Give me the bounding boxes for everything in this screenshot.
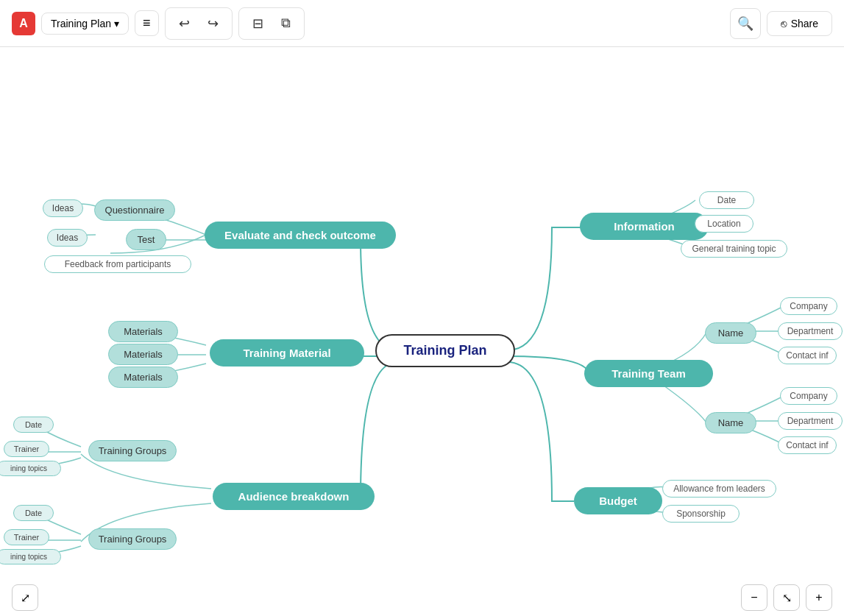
info-date-node[interactable]: Date	[699, 191, 754, 209]
materials2-node[interactable]: Materials	[108, 344, 178, 365]
zoom-in-button[interactable]: +	[806, 584, 832, 611]
app-icon: A	[12, 12, 35, 35]
info-location-node[interactable]: Location	[695, 215, 753, 233]
training-team-node[interactable]: Training Team	[584, 360, 713, 387]
training-material-node[interactable]: Training Material	[210, 339, 364, 367]
training-groups2-node[interactable]: Training Groups	[88, 528, 177, 550]
training-topics2-node[interactable]: ining topics	[0, 549, 61, 564]
feedback-node[interactable]: Feedback from participants	[44, 255, 191, 273]
view-group: ⊟ ⧉	[238, 7, 305, 40]
menu-icon: ≡	[143, 15, 151, 30]
share-label: Share	[791, 18, 818, 29]
sponsorship-node[interactable]: Sponsorship	[662, 505, 740, 523]
undo-redo-group: ↩ ↪	[165, 7, 233, 40]
department2-node[interactable]: Department	[778, 412, 843, 430]
fit-button[interactable]: ⊟	[245, 11, 271, 36]
undo-icon: ↩	[179, 16, 190, 31]
zoom-out-button[interactable]: −	[741, 584, 767, 611]
chevron-down-icon: ▾	[114, 18, 119, 29]
fullscreen-button[interactable]: ⤢	[12, 584, 38, 611]
expand-button[interactable]: ⧉	[274, 11, 298, 35]
header-left: A Training Plan ▾ ≡ ↩ ↪ ⊟ ⧉	[12, 7, 305, 40]
info-general-node[interactable]: General training topic	[681, 240, 787, 258]
fit-zoom-icon: ⤡	[782, 591, 792, 605]
share-icon: ⎋	[781, 18, 787, 29]
allowance-node[interactable]: Allowance from leaders	[662, 480, 776, 498]
header: A Training Plan ▾ ≡ ↩ ↪ ⊟ ⧉ 🔍	[0, 0, 844, 47]
center-node[interactable]: Training Plan	[375, 334, 515, 367]
fit-icon: ⊟	[252, 16, 263, 31]
date1-node[interactable]: Date	[13, 417, 54, 433]
budget-node[interactable]: Budget	[574, 487, 662, 514]
contact1-node[interactable]: Contact inf	[778, 347, 837, 364]
search-button[interactable]: 🔍	[730, 8, 761, 39]
share-button[interactable]: ⎋ Share	[767, 11, 832, 36]
title-button[interactable]: Training Plan ▾	[41, 13, 129, 35]
footer: ⤢ − ⤡ +	[0, 579, 844, 616]
menu-button[interactable]: ≡	[135, 10, 159, 36]
zoom-in-icon: +	[815, 591, 822, 604]
training-topics1-node[interactable]: ining topics	[0, 461, 61, 476]
ideas1-node[interactable]: Ideas	[43, 199, 83, 217]
department1-node[interactable]: Department	[778, 322, 843, 340]
redo-icon: ↪	[208, 16, 219, 31]
information-node[interactable]: Information	[580, 213, 709, 240]
header-right: 🔍 ⎋ Share	[730, 8, 832, 39]
trainer1-node[interactable]: Trainer	[4, 441, 49, 457]
materials1-node[interactable]: Materials	[108, 321, 178, 342]
redo-button[interactable]: ↪	[200, 11, 226, 36]
materials3-node[interactable]: Materials	[108, 367, 178, 388]
training-groups1-node[interactable]: Training Groups	[88, 440, 177, 461]
trainer2-node[interactable]: Trainer	[4, 529, 49, 545]
search-icon: 🔍	[737, 15, 753, 32]
audience-node[interactable]: Audience breakdown	[213, 483, 375, 510]
expand-icon: ⧉	[281, 15, 291, 30]
footer-right: − ⤡ +	[741, 584, 832, 611]
test-node[interactable]: Test	[126, 229, 166, 250]
title-label: Training Plan	[51, 18, 111, 29]
company1-node[interactable]: Company	[780, 297, 837, 315]
evaluate-node[interactable]: Evaluate and check outcome	[205, 222, 396, 249]
questionnaire-node[interactable]: Questionnaire	[94, 199, 175, 221]
footer-left: ⤢	[12, 584, 38, 611]
zoom-out-icon: −	[751, 591, 757, 604]
contact2-node[interactable]: Contact inf	[778, 436, 837, 454]
date2-node[interactable]: Date	[13, 505, 54, 521]
undo-button[interactable]: ↩	[171, 11, 197, 36]
company2-node[interactable]: Company	[780, 387, 837, 405]
canvas: Training Plan Evaluate and check outcome…	[0, 47, 844, 616]
name1-node[interactable]: Name	[705, 322, 756, 344]
expand-icon: ⤢	[21, 591, 30, 605]
fit-zoom-button[interactable]: ⤡	[773, 584, 800, 611]
name2-node[interactable]: Name	[705, 412, 756, 433]
ideas2-node[interactable]: Ideas	[47, 229, 88, 247]
